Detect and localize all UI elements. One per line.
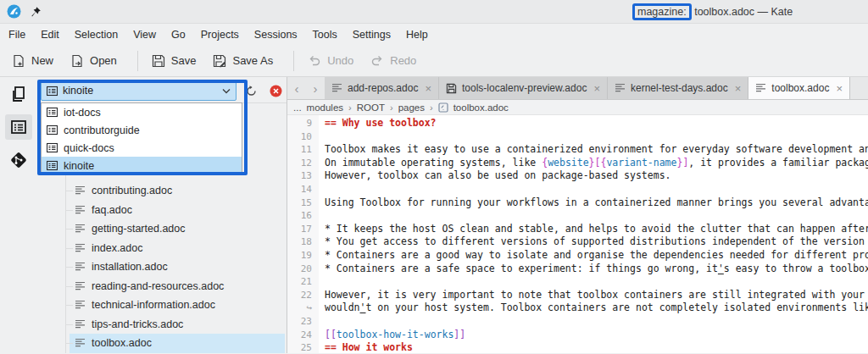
file-icon [75, 205, 86, 215]
toolbar-separator [293, 51, 294, 71]
breadcrumb-ellipsis[interactable]: ... [293, 102, 302, 113]
tab-close-icon[interactable]: × [836, 82, 843, 95]
code-segment: * Containers are a good way to isolate a… [325, 249, 868, 261]
code-segment: On immutable operating systems, like [325, 157, 542, 169]
kate-window: magazine: toolbox.adoc — Kate FileEditSe… [0, 0, 868, 354]
dropdown-item-label: kinoite [64, 160, 94, 172]
menu-sessions[interactable]: Sessions [247, 25, 305, 44]
save-as-button[interactable]: Save As [213, 54, 273, 68]
menu-file[interactable]: File [1, 25, 33, 44]
line-number: 16 [287, 209, 319, 223]
tree-item-label: index.adoc [92, 242, 142, 254]
code-segment: == Why use toolbox? [325, 117, 437, 129]
menu-tools[interactable]: Tools [305, 25, 345, 44]
dropdown-item-contributorguide[interactable]: contributorguide [42, 121, 242, 139]
code-line [325, 183, 868, 196]
line-number: 13 [287, 169, 319, 183]
tree-item-reading-and-resources.adoc[interactable]: reading-and-resources.adoc [38, 277, 287, 296]
line-number: 17 [287, 223, 319, 236]
project-item-icon [47, 107, 58, 118]
code-segment: * You get access to different versions o… [325, 235, 868, 247]
tab-bar: ‹ › add-repos.adoc×tools-localenv-previe… [287, 77, 868, 100]
menu-help[interactable]: Help [398, 25, 436, 44]
tree-item-toolbox.adoc[interactable]: toolbox.adoc [38, 334, 287, 353]
save-button[interactable]: Save [152, 54, 197, 68]
tab-add-repos.adoc[interactable]: add-repos.adoc× [325, 77, 439, 99]
toolbar-button-label: Redo [390, 54, 416, 67]
project-combobox-value: kinoite [63, 85, 93, 97]
saveas-icon [213, 54, 226, 68]
file-icon [75, 224, 86, 234]
code-segment: However, toolbox can also be used on pac… [325, 169, 671, 181]
tree-item-technical-information.adoc[interactable]: technical-information.adoc [38, 296, 287, 315]
tab-tools-localenv-preview.adoc[interactable]: tools-localenv-preview.adoc× [439, 77, 608, 99]
dropdown-item-quick-docs[interactable]: quick-docs [42, 139, 242, 157]
new-button[interactable]: New [12, 54, 53, 68]
tab-close-icon[interactable]: × [425, 82, 431, 95]
sidebar-tool-projects[interactable] [5, 114, 32, 140]
code-line: * Containers are a safe space to experim… [325, 263, 868, 276]
dropdown-item-kinoite[interactable]: kinoite [42, 157, 242, 174]
tab-close-icon[interactable]: × [593, 82, 600, 95]
menu-view[interactable]: View [125, 25, 164, 44]
window-title: magazine: toolbox.adoc — Kate [632, 0, 793, 24]
tree-item-faq.adoc[interactable]: faq.adoc [38, 201, 287, 220]
tree-item-contributing.adoc[interactable]: contributing.adoc [38, 181, 287, 201]
menu-settings[interactable]: Settings [345, 25, 398, 44]
code-line [325, 275, 868, 289]
line-number: 9 [287, 117, 319, 130]
code-segment: * It keeps the host OS clean and stable,… [325, 223, 868, 235]
tab-close-icon[interactable]: × [735, 82, 742, 95]
breadcrumb-segment-pages[interactable]: pages [398, 102, 425, 113]
menu-go[interactable]: Go [164, 25, 193, 44]
breadcrumb-segment-ROOT[interactable]: ROOT [357, 102, 385, 113]
sidebar-tool-documents[interactable] [5, 81, 32, 107]
menu-projects[interactable]: Projects [193, 25, 247, 44]
toolbar-button-label: Undo [327, 54, 353, 67]
redo-button: Redo [370, 54, 416, 68]
file-icon [75, 281, 86, 291]
tree-item-getting-started.adoc[interactable]: getting-started.adoc [38, 219, 287, 239]
breadcrumb-segment-modules[interactable]: modules [307, 102, 343, 113]
refresh-button[interactable] [242, 81, 260, 100]
tab-label: add-repos.adoc [348, 82, 418, 94]
open-button[interactable]: Open [70, 54, 117, 68]
code-view[interactable]: 910111213141516171819202122↪232425 == Wh… [287, 115, 868, 353]
project-combobox[interactable]: kinoite [41, 80, 236, 101]
line-number-gutter: 910111213141516171819202122↪232425 [287, 115, 319, 353]
menu-edit[interactable]: Edit [33, 25, 67, 44]
document-icon [331, 83, 342, 93]
modified-icon [446, 83, 457, 94]
code-line: == How it works [325, 341, 868, 353]
code-segment: }[{ [589, 157, 607, 169]
file-type-icon [438, 102, 448, 113]
toolbar-button-label: Save As [232, 54, 273, 67]
toolbar-separator [137, 51, 138, 71]
sidebar-tool-git[interactable] [5, 147, 32, 173]
pin-icon[interactable] [30, 6, 42, 18]
breadcrumb-file[interactable]: toolbox.adoc [453, 102, 509, 113]
main-toolbar: NewOpenSaveSave AsUndoRedo [0, 45, 868, 77]
code-line [325, 315, 868, 329]
code-line: * You get access to different versions o… [325, 235, 868, 249]
undo-button: Undo [308, 54, 353, 68]
projects-icon [9, 118, 28, 136]
tab-toolbox.adoc[interactable]: toolbox.adoc× [748, 77, 850, 99]
line-number: 21 [287, 275, 319, 289]
tabs-scroll-left-button[interactable]: ‹ [287, 77, 306, 99]
code-line: wouldn't on your host system. Toolbox co… [325, 301, 868, 315]
tab-kernel-test-days.adoc[interactable]: kernel-test-days.adoc× [608, 77, 748, 99]
line-number: 22 [287, 289, 319, 302]
code-line: Toolbox makes it easy to use a container… [325, 143, 868, 157]
tree-item-index.adoc[interactable]: index.adoc [38, 239, 287, 258]
code-segment: s easy to throw a toolbox away and start… [724, 263, 868, 274]
code-line: However, it is very important to note th… [325, 289, 868, 302]
tree-item-tips-and-tricks.adoc[interactable]: tips-and-tricks.adoc [38, 315, 287, 335]
menu-selection[interactable]: Selection [67, 25, 125, 44]
tabs-scroll-right-button[interactable]: › [306, 77, 325, 99]
projects-panel: kinoite contributing.adocfaq.adocgetting… [37, 77, 287, 353]
dropdown-item-iot-docs[interactable]: iot-docs [42, 103, 242, 121]
line-number: 18 [287, 235, 319, 249]
close-project-button[interactable] [267, 81, 285, 100]
tree-item-installation.adoc[interactable]: installation.adoc [38, 257, 287, 277]
